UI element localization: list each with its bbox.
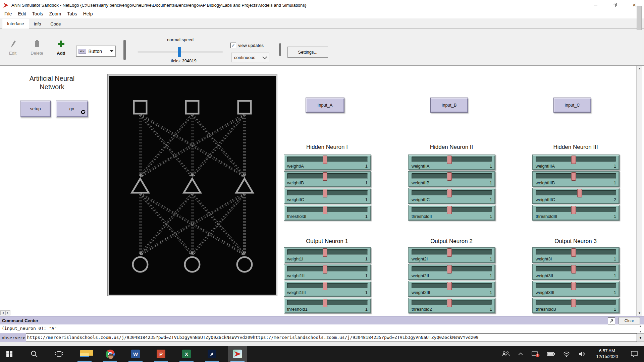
menu-tabs[interactable]: Tabs (64, 10, 80, 18)
slider-handle[interactable] (447, 248, 452, 257)
slider-weight3III[interactable]: weight3III1 (532, 281, 620, 297)
slider-handle[interactable] (323, 282, 327, 290)
menu-tools[interactable]: Tools (29, 10, 46, 18)
minimize-button[interactable] (586, 0, 605, 10)
menu-zoom[interactable]: Zoom (46, 10, 64, 18)
h-scrollbar-right-arrow[interactable]: ► (5, 310, 10, 315)
slider-threshold3[interactable]: threshold31 (532, 298, 620, 313)
command-center-expand-button[interactable] (608, 317, 615, 324)
task-view-button[interactable] (50, 346, 68, 362)
widget-type-dropdown[interactable]: abc Button (76, 46, 116, 57)
taskbar-file-explorer[interactable] (75, 346, 94, 362)
people-button[interactable] (498, 346, 513, 362)
command-history-dropdown[interactable]: ▼ (637, 333, 644, 342)
slider-weight2I[interactable]: weight2I1 (408, 247, 495, 263)
slider-weight2III[interactable]: weight2III1 (408, 281, 495, 297)
settings-button[interactable]: Settings... (287, 47, 328, 58)
slider-handle[interactable] (571, 282, 576, 290)
taskbar-excel[interactable]: X (177, 346, 196, 362)
taskbar-powerpoint[interactable]: P (152, 346, 170, 362)
action-center-button[interactable] (625, 346, 644, 362)
view-updates-checkbox[interactable]: ✓ (230, 43, 236, 48)
slider-weightIIIB[interactable]: weightIIIB1 (532, 171, 620, 187)
menu-edit[interactable]: Edit (15, 10, 29, 18)
slider-weightIA[interactable]: weightIA1 (284, 155, 371, 170)
output-scrollbar[interactable]: ▲▼ (638, 325, 643, 333)
slider-handle[interactable] (577, 189, 582, 197)
add-tool-button[interactable]: Add (51, 40, 71, 56)
slider-handle[interactable] (447, 189, 452, 197)
slider-weightIIC[interactable]: weightIIC1 (408, 188, 495, 204)
slider-thresholdI[interactable]: thresholdI1 (284, 205, 371, 221)
slider-weightIB[interactable]: weightIB1 (284, 171, 371, 187)
input-button-input_b[interactable]: Input_B (430, 98, 468, 113)
setup-button[interactable]: setup (20, 101, 51, 117)
command-input[interactable]: https://mercerislandschools.zoom.us/j/93… (26, 333, 637, 342)
taskbar-chrome[interactable] (101, 346, 119, 362)
speed-slider-thumb[interactable] (178, 47, 181, 57)
slider-weight3II[interactable]: weight3II1 (532, 264, 620, 280)
start-button[interactable] (0, 346, 19, 362)
slider-weightIIA[interactable]: weightIIA1 (408, 155, 495, 170)
wifi-tray-button[interactable] (559, 346, 574, 362)
slider-weight1II[interactable]: weight1II1 (284, 264, 371, 280)
delete-tool-button[interactable]: Delete (27, 40, 47, 56)
security-tray-button[interactable] (528, 346, 543, 362)
slider-handle[interactable] (323, 189, 327, 197)
battery-tray-button[interactable] (543, 346, 559, 362)
slider-weightIC[interactable]: weightIC1 (284, 188, 371, 204)
tab-interface[interactable]: Interface (2, 19, 29, 28)
slider-handle[interactable] (323, 248, 327, 257)
clear-button[interactable]: Clear (619, 317, 640, 324)
slider-weightIIIC[interactable]: weightIIIC2 (532, 188, 620, 204)
menu-file[interactable]: File (1, 10, 15, 18)
slider-handle[interactable] (323, 299, 327, 307)
hidden-icons-button[interactable] (513, 346, 528, 362)
menu-help[interactable]: Help (80, 10, 96, 18)
slider-handle[interactable] (323, 156, 327, 164)
slider-weight3I[interactable]: weight3I1 (532, 247, 620, 263)
clock-tray-button[interactable]: 6:57 AM 12/15/2020 (590, 346, 625, 362)
world-view-canvas[interactable] (108, 74, 277, 296)
restore-button[interactable] (605, 0, 625, 10)
slider-handle[interactable] (571, 206, 576, 214)
slider-handle[interactable] (323, 265, 327, 274)
slider-handle[interactable] (447, 206, 452, 214)
update-mode-dropdown[interactable]: continuous (231, 53, 269, 62)
slider-weight2II[interactable]: weight2II1 (408, 264, 495, 280)
slider-handle[interactable] (571, 172, 576, 181)
input-button-input_a[interactable]: Input_A (306, 98, 344, 113)
slider-handle[interactable] (447, 172, 452, 181)
taskbar-word[interactable]: W (126, 346, 145, 362)
slider-handle[interactable] (571, 248, 576, 257)
vertical-scrollbar[interactable]: ▲ ▼ (636, 66, 642, 316)
slider-handle[interactable] (447, 282, 452, 290)
slider-weightIIB[interactable]: weightIIB1 (408, 171, 495, 187)
h-scrollbar-left-arrow[interactable]: ◄ (0, 310, 5, 315)
tab-code[interactable]: Code (46, 19, 65, 28)
slider-weight1III[interactable]: weight1III1 (284, 281, 371, 297)
scroll-up-arrow[interactable]: ▲ (637, 66, 642, 71)
slider-handle[interactable] (571, 156, 576, 164)
vertical-scrollbar-thumb[interactable] (637, 6, 642, 30)
taskbar-acrobat[interactable] (203, 346, 221, 362)
slider-weight1I[interactable]: weight1I1 (284, 247, 371, 263)
slider-thresholdIII[interactable]: thresholdIII1 (532, 205, 620, 221)
volume-tray-button[interactable] (574, 346, 590, 362)
slider-threshold1[interactable]: threshold11 (284, 298, 371, 313)
slider-handle[interactable] (447, 156, 452, 164)
taskbar-netlogo[interactable] (228, 346, 247, 362)
go-button[interactable]: go (56, 101, 88, 117)
slider-handle[interactable] (447, 265, 452, 274)
input-button-input_c[interactable]: Input_C (553, 98, 591, 113)
slider-handle[interactable] (447, 299, 452, 307)
slider-handle[interactable] (571, 299, 576, 307)
slider-handle[interactable] (323, 206, 327, 214)
slider-weightIIIA[interactable]: weightIIIA1 (532, 155, 620, 170)
taskbar-search-button[interactable] (25, 346, 44, 362)
tab-info[interactable]: Info (29, 19, 46, 28)
slider-thresholdII[interactable]: thresholdII1 (408, 205, 495, 221)
slider-handle[interactable] (571, 265, 576, 274)
slider-handle[interactable] (323, 172, 327, 181)
edit-tool-button[interactable]: Edit (3, 40, 23, 56)
